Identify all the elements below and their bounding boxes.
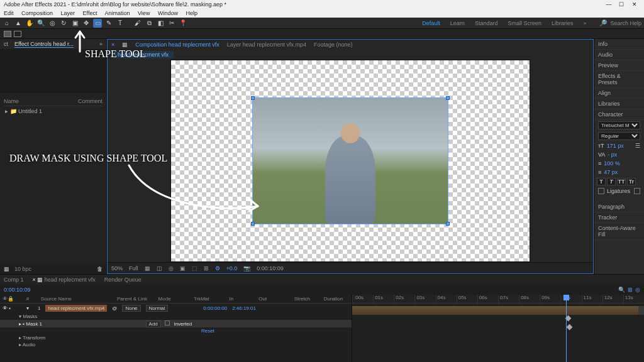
- clone-tool-icon[interactable]: ⧉: [145, 19, 153, 28]
- tab-comp1[interactable]: Comp 1: [4, 277, 24, 283]
- parent-select[interactable]: None: [122, 305, 140, 312]
- font-style[interactable]: Regular: [598, 132, 640, 140]
- puppet-tool-icon[interactable]: 📍: [179, 19, 187, 28]
- menu-layer[interactable]: Layer: [61, 10, 75, 16]
- current-time[interactable]: 0:00:10:09: [4, 287, 31, 293]
- anchor-tool-icon[interactable]: ✥: [82, 19, 91, 28]
- tab-effect-controls[interactable]: Effect Controls head r...: [14, 41, 74, 48]
- menu-view[interactable]: View: [138, 10, 150, 16]
- mask-handle[interactable]: [446, 96, 450, 100]
- resolution[interactable]: Full: [129, 265, 138, 272]
- hand-tool-icon[interactable]: ✋: [25, 19, 34, 28]
- layer-out[interactable]: 2:46:19:01: [232, 305, 256, 311]
- panel-paragraph[interactable]: Paragraph: [594, 202, 644, 212]
- timeline-tracks[interactable]: :00s 01s 02s 03s 04s 05s 06s 07s 08s 09s…: [352, 295, 644, 362]
- layer-track[interactable]: [352, 306, 644, 315]
- vf-icon[interactable]: ⬚: [192, 265, 197, 272]
- vf-icon[interactable]: ◎: [169, 265, 174, 272]
- playhead[interactable]: [566, 295, 567, 362]
- layer-transform[interactable]: ▸ Transform: [0, 334, 352, 341]
- mask-handle[interactable]: [446, 222, 450, 226]
- zoom-level[interactable]: 50%: [111, 265, 123, 272]
- panel-align[interactable]: Align: [594, 88, 644, 99]
- font-size[interactable]: 171 px: [607, 143, 624, 149]
- rotate-tool-icon[interactable]: ↻: [59, 19, 68, 28]
- home-icon[interactable]: ⌂: [3, 19, 11, 28]
- layer-masks-group[interactable]: ▾ Masks: [0, 313, 352, 320]
- panel-libraries[interactable]: Libraries: [594, 99, 644, 109]
- mask-handle[interactable]: [251, 96, 255, 100]
- footage-layer[interactable]: [253, 98, 448, 224]
- menu-animation[interactable]: Animation: [104, 10, 130, 16]
- stroke-swatch[interactable]: [14, 31, 21, 37]
- workspace-default[interactable]: Default: [422, 20, 440, 26]
- hindi-checkbox[interactable]: [634, 188, 640, 194]
- layer-mask1[interactable]: ▸ ▪ Mask 1 Add Inverted: [0, 320, 352, 327]
- keyframe-icon[interactable]: [567, 324, 573, 331]
- clip-bar[interactable]: [352, 306, 638, 315]
- vf-icon[interactable]: ⊞: [204, 265, 209, 272]
- search-icon[interactable]: 🔎: [599, 19, 608, 28]
- exposure-val[interactable]: +0.0: [226, 265, 238, 272]
- vscale[interactable]: 100 %: [604, 160, 620, 167]
- fill-swatch[interactable]: [4, 31, 11, 37]
- vf-icon[interactable]: ◫: [157, 265, 162, 272]
- snapshot-icon[interactable]: 📷: [243, 265, 250, 272]
- camera-tool-icon[interactable]: ▣: [70, 19, 79, 28]
- panel-tracker[interactable]: Tracker: [594, 212, 644, 223]
- workspace-more-icon[interactable]: »: [583, 20, 586, 26]
- italic-button[interactable]: T: [607, 178, 616, 185]
- hscale[interactable]: 47 px: [604, 169, 618, 175]
- smallcaps-button[interactable]: Tr: [627, 178, 636, 185]
- project-item[interactable]: ▸ 📁 Untitled 1: [4, 106, 103, 116]
- mask-handle[interactable]: [251, 222, 255, 226]
- tab-composition[interactable]: Composition head replecment vfx: [135, 41, 219, 48]
- menu-effect[interactable]: Effect: [83, 10, 97, 16]
- panel-content-aware[interactable]: Content-Aware Fill: [594, 223, 644, 240]
- pen-tool-icon[interactable]: ✎: [104, 19, 113, 28]
- tab-render-queue[interactable]: Render Queue: [104, 277, 142, 283]
- mask-reset[interactable]: Reset: [0, 327, 352, 334]
- menu-composition[interactable]: Composition: [21, 10, 53, 16]
- workspace-learn[interactable]: Learn: [450, 20, 465, 26]
- exposure[interactable]: ⚙: [215, 265, 220, 272]
- proj-bpc[interactable]: 10 bpc: [14, 266, 31, 272]
- caps-button[interactable]: TT: [617, 178, 626, 185]
- workspace-smallscreen[interactable]: Small Screen: [508, 20, 541, 26]
- proj-trash-icon[interactable]: 🗑: [97, 266, 103, 272]
- panel-preview[interactable]: Preview: [594, 60, 644, 71]
- shape-tool-icon[interactable]: ▭: [93, 19, 102, 28]
- brush-tool-icon[interactable]: 🖌: [133, 19, 142, 28]
- proj-footer-icon[interactable]: ▦: [4, 266, 9, 272]
- panel-menu-icon[interactable]: »: [99, 41, 103, 47]
- layer-row[interactable]: 👁 ▪ ▾ 1 head replecment vfx.mp4 @ None N…: [0, 304, 352, 313]
- workspace-libraries[interactable]: Libraries: [552, 20, 574, 26]
- menu-edit[interactable]: Edit: [4, 10, 14, 16]
- close-button[interactable]: ✕: [629, 0, 640, 9]
- ligatures-checkbox[interactable]: [598, 188, 604, 194]
- vf-icon[interactable]: ▣: [180, 265, 186, 272]
- maximize-button[interactable]: ☐: [616, 0, 627, 9]
- canvas[interactable]: [171, 60, 530, 261]
- selection-tool-icon[interactable]: ▲: [14, 19, 23, 28]
- eraser-tool-icon[interactable]: ◧: [156, 19, 165, 28]
- tab-footage[interactable]: Footage (none): [314, 41, 353, 48]
- tab-layer[interactable]: Layer head replecment vfx.mp4: [227, 41, 306, 48]
- menu-window[interactable]: Window: [158, 10, 178, 16]
- tl-opt-icon[interactable]: ◎: [635, 287, 640, 293]
- mode-select[interactable]: Normal: [146, 305, 169, 312]
- mask-mode[interactable]: Add: [146, 321, 161, 327]
- tl-search-icon[interactable]: 🔍: [618, 287, 625, 293]
- workspace-standard[interactable]: Standard: [475, 20, 498, 26]
- tab-project[interactable]: ct: [4, 41, 8, 47]
- type-tool-icon[interactable]: T: [116, 19, 125, 28]
- viewer-time[interactable]: 0:00:10:09: [257, 265, 284, 272]
- panel-info[interactable]: Info: [594, 39, 644, 50]
- layer-audio[interactable]: ▸ Audio: [0, 341, 352, 348]
- viewer[interactable]: [108, 60, 593, 262]
- time-ruler[interactable]: :00s 01s 02s 03s 04s 05s 06s 07s 08s 09s…: [352, 295, 644, 304]
- bold-button[interactable]: T: [597, 178, 606, 185]
- comp-name-chip[interactable]: head replecment vfx: [113, 51, 174, 58]
- vf-icon[interactable]: ▦: [145, 265, 150, 272]
- tab-head-replecment[interactable]: × ▦ head replecment vfx: [33, 277, 96, 283]
